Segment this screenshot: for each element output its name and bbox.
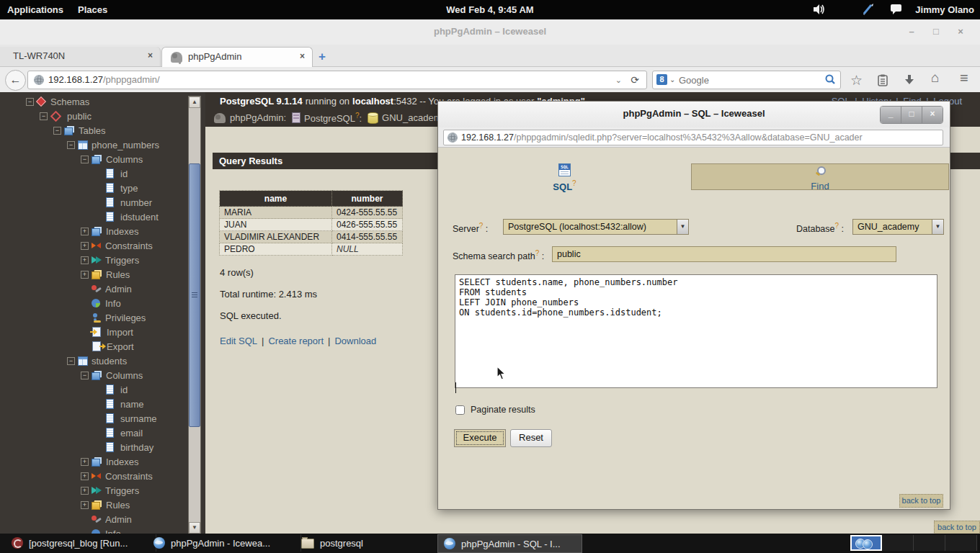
tab-phppgadmin[interactable]: phpPgAdmin × xyxy=(161,47,313,67)
tree-item-email[interactable]: email xyxy=(0,426,205,440)
dropdown-arrow-icon[interactable]: ▼ xyxy=(677,220,688,234)
tree-item-constraints[interactable]: +Constraints xyxy=(0,238,205,253)
url-dropdown-icon[interactable]: ⌄ xyxy=(615,71,622,89)
tree-item-indexes[interactable]: +Indexes xyxy=(0,224,205,238)
tree-item-indexes[interactable]: +Indexes xyxy=(0,454,205,469)
engine-dropdown-icon[interactable]: ⌄ xyxy=(669,76,675,84)
tree-item-id[interactable]: id xyxy=(0,166,205,181)
window-maximize-button[interactable]: □ xyxy=(928,25,944,40)
user-menu[interactable]: Jimmy Olano xyxy=(915,0,974,19)
reload-icon[interactable]: ⟳ xyxy=(631,71,639,89)
home-icon[interactable]: ⌂ xyxy=(931,70,939,86)
tree-item-rules[interactable]: +Rules xyxy=(0,498,205,512)
tree-item-number[interactable]: number xyxy=(0,195,205,210)
tree-item-rules[interactable]: +Rules xyxy=(0,267,205,282)
panel-clock[interactable]: Wed Feb 4, 9:45 AM xyxy=(0,0,980,19)
back-to-top-link[interactable]: back to top xyxy=(934,521,980,534)
search-bar[interactable]: 8 ⌄ xyxy=(652,71,841,89)
tab-tl-wr740n[interactable]: TL-WR740N × xyxy=(0,47,161,66)
tree-expander-icon[interactable]: + xyxy=(81,487,89,495)
help-icon[interactable]: ? xyxy=(835,222,839,230)
tree-item-tables[interactable]: −Tables xyxy=(0,123,205,138)
tree-item-phone-numbers[interactable]: −phone_numbers xyxy=(0,138,205,152)
tree-expander-icon[interactable]: − xyxy=(53,127,61,135)
tree-item-birthday[interactable]: birthday xyxy=(0,440,205,454)
breadcrumb-server[interactable]: PostgreSQL?: xyxy=(304,112,362,124)
taskbar-item--postgresql-blog-run-[interactable]: [postgresql_blog [Run... xyxy=(6,534,156,552)
tree-expander-icon[interactable]: − xyxy=(81,156,89,163)
tablet-stylus-icon[interactable] xyxy=(862,3,875,16)
taskbar-item-phppgadmin-sql-i-[interactable]: phpPgAdmin - SQL - I... xyxy=(437,534,582,553)
scroll-down-icon[interactable]: ▼ xyxy=(189,522,200,534)
scroll-up-icon[interactable]: ▲ xyxy=(189,96,200,108)
dialog-back-to-top-link[interactable]: back to top xyxy=(899,494,943,508)
tree-expander-icon[interactable]: + xyxy=(81,472,89,480)
breadcrumb-database[interactable]: GNU_academy xyxy=(382,112,446,123)
chat-bubble-icon[interactable] xyxy=(891,4,902,15)
dialog-maximize-button[interactable]: □ xyxy=(901,107,922,123)
tree-item-columns[interactable]: −Columns xyxy=(0,152,205,166)
scrollbar-thumb[interactable] xyxy=(189,163,200,427)
workspace-1-active[interactable] xyxy=(850,535,882,551)
tree-expander-icon[interactable]: + xyxy=(81,242,89,250)
google-engine-icon[interactable]: 8 xyxy=(656,74,667,85)
window-close-button[interactable]: × xyxy=(953,25,968,40)
help-icon[interactable]: ? xyxy=(535,249,540,257)
dialog-close-button[interactable]: × xyxy=(922,107,943,123)
tree-item-surname[interactable]: surname xyxy=(0,411,205,426)
tree-item-name[interactable]: name xyxy=(0,397,205,411)
bookmark-star-icon[interactable]: ☆ xyxy=(850,72,863,89)
tree-item-students[interactable]: −students xyxy=(0,354,205,368)
search-magnifier-icon[interactable] xyxy=(824,73,836,85)
tree-item-privileges[interactable]: Privileges xyxy=(0,310,205,325)
schema-search-path-input[interactable] xyxy=(552,246,896,262)
paginate-results-checkbox[interactable] xyxy=(455,405,465,415)
tree-expander-icon[interactable]: − xyxy=(67,141,75,149)
tree-expander-icon[interactable]: + xyxy=(81,458,89,466)
tree-item-admin[interactable]: Admin xyxy=(0,512,205,526)
tree-item-admin[interactable]: Admin xyxy=(0,282,205,296)
dialog-titlebar[interactable]: phpPgAdmin – SQL – Iceweasel _ □ × xyxy=(438,102,950,128)
downloads-icon[interactable] xyxy=(904,74,915,86)
download-link[interactable]: Download xyxy=(334,336,376,346)
new-tab-button[interactable]: + xyxy=(318,50,326,63)
tree-item-idstudent[interactable]: idstudent xyxy=(0,210,205,224)
window-minimize-button[interactable]: – xyxy=(904,25,919,40)
breadcrumb-app[interactable]: phpPgAdmin: xyxy=(230,112,286,123)
dialog-url-bar[interactable]: 192.168.1.27/phppgadmin/sqledit.php?serv… xyxy=(443,130,943,145)
help-icon[interactable]: ? xyxy=(479,222,484,230)
workspace-3[interactable] xyxy=(914,535,945,551)
help-icon[interactable]: ? xyxy=(572,179,576,187)
tab-close-icon[interactable]: × xyxy=(148,50,153,60)
volume-icon[interactable] xyxy=(813,4,826,15)
back-button[interactable]: ← xyxy=(5,70,26,91)
tab-find[interactable]: Find xyxy=(691,163,949,190)
database-select[interactable]: GNU_academy ▼ xyxy=(852,219,944,235)
tree-item-triggers[interactable]: +Triggers xyxy=(0,483,205,498)
tree-item-constraints[interactable]: +Constraints xyxy=(0,469,205,483)
create-report-link[interactable]: Create report xyxy=(268,336,324,346)
menu-hamburger-icon[interactable]: ≡ xyxy=(960,70,968,86)
tree-item-schemas[interactable]: −Schemas xyxy=(0,94,205,109)
server-select[interactable]: PostgreSQL (localhost:5432:allow) ▼ xyxy=(503,219,689,235)
tree-expander-icon[interactable]: − xyxy=(26,98,34,106)
tree-item-id[interactable]: id xyxy=(0,382,205,397)
taskbar-item-postgresql[interactable]: postgresql xyxy=(295,534,445,552)
dialog-minimize-button[interactable]: _ xyxy=(881,107,901,123)
tree-item-public[interactable]: −public xyxy=(0,109,205,123)
sql-query-textarea[interactable]: SELECT students.name, phone_numbers.numb… xyxy=(455,274,937,388)
workspace-2[interactable] xyxy=(882,535,914,551)
search-input[interactable] xyxy=(677,73,810,87)
taskbar-item-phppgadmin-icewea-[interactable]: phpPgAdmin - Icewea... xyxy=(148,534,301,552)
tree-expander-icon[interactable]: + xyxy=(81,256,89,264)
tree-expander-icon[interactable]: + xyxy=(81,228,89,235)
execute-button[interactable]: Execute xyxy=(454,429,506,447)
tree-scrollbar[interactable]: ▲ ▼ xyxy=(188,96,201,534)
tree-item-import[interactable]: Import xyxy=(0,325,205,339)
tab-close-icon[interactable]: × xyxy=(300,51,305,61)
tree-item-info[interactable]: Info xyxy=(0,526,205,534)
tree-expander-icon[interactable]: + xyxy=(81,501,89,509)
tree-item-triggers[interactable]: +Triggers xyxy=(0,253,205,267)
tree-expander-icon[interactable]: − xyxy=(40,112,48,120)
tree-item-export[interactable]: Export xyxy=(0,339,205,354)
